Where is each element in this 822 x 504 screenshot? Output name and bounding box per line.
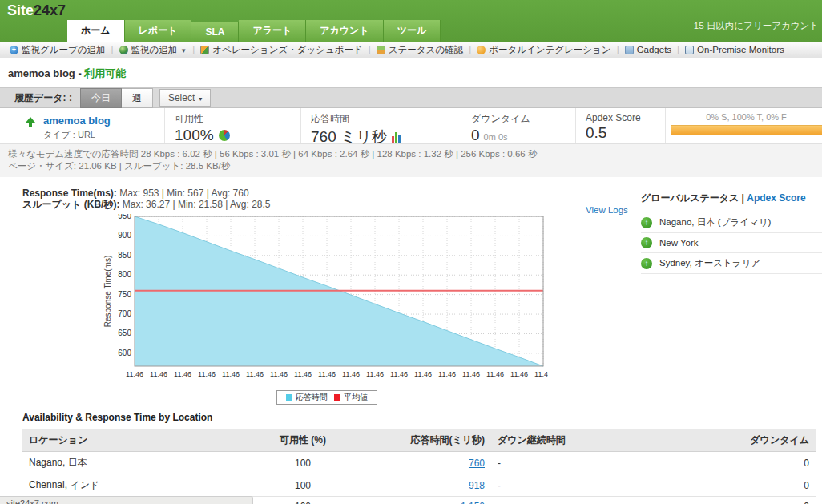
- svg-text:11:46: 11:46: [198, 370, 216, 378]
- toolbar-item-2[interactable]: 監視の追加▼: [119, 42, 187, 59]
- legend-label: 応答時間: [296, 393, 328, 401]
- up-arrow-icon: [26, 117, 35, 127]
- response-time-cell: 760: [363, 452, 491, 474]
- status-bar-text: site24x7.com: [6, 498, 58, 504]
- tab-3[interactable]: SLA: [191, 22, 239, 42]
- toolbar-item-3[interactable]: オペレーションズ・ダッシュボード: [200, 42, 363, 58]
- legend-swatch: [334, 394, 340, 401]
- pie-chart-icon[interactable]: [219, 130, 230, 141]
- location-cell: Nagano, 日本: [22, 452, 243, 474]
- svg-text:11:46: 11:46: [126, 370, 143, 378]
- toolbar-item-4[interactable]: ステータスの確認: [377, 42, 463, 58]
- downtime-duration: 0m 0s: [484, 132, 508, 142]
- toolbar: 監視グループの追加|監視の追加▼|オペレーションズ・ダッシュボード|ステータスの…: [0, 42, 822, 58]
- tab-1[interactable]: ホーム: [67, 20, 125, 42]
- location-status-item[interactable]: Sydney, オーストラリア: [641, 253, 822, 274]
- gadgets-icon: [625, 46, 634, 54]
- availability-cell: 100: [243, 452, 363, 474]
- toolbar-item-1[interactable]: 監視グループの追加: [10, 42, 106, 58]
- response-time-cell: 1,150: [363, 497, 491, 504]
- monitor-type: タイプ : URL: [43, 129, 111, 141]
- column-header-4: ダウン継続時間: [491, 429, 655, 452]
- location-status-item[interactable]: Nagano, 日本 (プライマリ): [641, 212, 822, 233]
- svg-text:900: 900: [118, 231, 131, 240]
- status-check-icon: [377, 46, 385, 54]
- apdex-label: Apdex Score: [586, 112, 665, 123]
- column-header-2: 可用性 (%): [243, 429, 363, 452]
- tab-4[interactable]: アラート: [239, 20, 306, 42]
- summary-stats-row: amemoa blog タイプ : URL 可用性 100% 応答時間 760 …: [0, 108, 822, 144]
- bar-chart-icon[interactable]: [392, 132, 401, 143]
- dashboard-icon: [200, 46, 209, 54]
- trial-notice: 15 日以内にフリーアカウント: [694, 20, 819, 32]
- downtime-cell: 0: [655, 452, 816, 474]
- global-status-panel: グローバルステータス | Apdex Score Nagano, 日本 (プライ…: [641, 192, 822, 274]
- today-button[interactable]: 今日: [80, 88, 122, 108]
- toolbar-item-label: 監視の追加: [131, 45, 178, 54]
- global-status-title: グローバルステータス | Apdex Score: [641, 192, 822, 205]
- response-time-link[interactable]: 918: [469, 480, 485, 491]
- toolbar-separator: |: [469, 45, 471, 54]
- week-button[interactable]: 週: [122, 88, 153, 108]
- toolbar-item-label: On-Premise Monitors: [697, 45, 784, 54]
- svg-text:11:46: 11:46: [414, 370, 432, 378]
- modem-info: 様々なモデム速度での応答時間 28 Kbps : 6.02 秒 | 56 Kbp…: [0, 144, 822, 177]
- monitor-name-link[interactable]: amemoa blog: [43, 115, 111, 127]
- monitor-icon: [685, 46, 694, 54]
- column-header-1: ロケーション: [22, 429, 243, 452]
- apdex-score-bar: [671, 125, 822, 135]
- downtime-label: ダウンタイム: [471, 112, 575, 126]
- location-status-item[interactable]: New York: [641, 233, 822, 253]
- status-up-icon: [641, 258, 652, 269]
- toolbar-item-label: Gadgets: [637, 45, 671, 54]
- svg-text:11:46: 11:46: [510, 370, 528, 378]
- svg-text:11:46: 11:46: [174, 370, 191, 378]
- view-logs-link[interactable]: View Logs: [586, 205, 628, 215]
- toolbar-item-label: ステータスの確認: [389, 45, 463, 54]
- svg-text:700: 700: [118, 309, 131, 318]
- select-dropdown[interactable]: Select▾: [159, 89, 211, 107]
- tab-2[interactable]: レポート: [125, 20, 192, 42]
- downtime-cell: 0: [655, 497, 816, 504]
- toolbar-item-6[interactable]: Gadgets: [625, 42, 671, 58]
- response-time-value: 760 ミリ秒: [311, 128, 387, 145]
- svg-text:11:46: 11:46: [222, 370, 240, 378]
- svg-text:11:46: 11:46: [390, 370, 408, 378]
- chart-section: Response Time(ms): Max: 953 | Min: 567 |…: [0, 187, 822, 412]
- availability-status: 利用可能: [84, 67, 126, 79]
- chart-canvas: 60065070075080085090095011:4611:4611:461…: [103, 214, 548, 385]
- toolbar-separator: |: [369, 45, 371, 54]
- availability-label: 可用性: [175, 112, 300, 126]
- svg-text:11:46: 11:46: [294, 370, 312, 378]
- response-time-cell: 応答時間 760 ミリ秒: [300, 108, 461, 143]
- svg-text:11:46: 11:46: [486, 370, 504, 378]
- table-row: Chennai, インド100918-0: [22, 474, 816, 497]
- response-time-link[interactable]: 1,150: [461, 501, 485, 504]
- response-time-link[interactable]: 760: [469, 458, 485, 469]
- browser-status-bar: site24x7.com: [0, 496, 253, 504]
- toolbar-item-7[interactable]: On-Premise Monitors: [685, 42, 784, 58]
- toolbar-separator: |: [617, 45, 619, 54]
- status-up-icon: [641, 237, 652, 248]
- svg-text:850: 850: [118, 251, 131, 260]
- availability-cell: 100: [243, 474, 363, 497]
- site24x7-logo[interactable]: Site24x7: [7, 2, 66, 19]
- history-bar: 履歴データ: : 今日 週 Select▾: [0, 87, 822, 108]
- svg-text:950: 950: [118, 214, 131, 220]
- chevron-down-icon: ▼: [180, 47, 187, 54]
- page-title: amemoa blog - 利用可能: [0, 58, 822, 87]
- apdex-score-link[interactable]: Apdex Score: [747, 192, 805, 204]
- globe-icon: [119, 46, 128, 54]
- select-label: Select: [168, 92, 195, 103]
- location-status-list: Nagano, 日本 (プライマリ)New YorkSydney, オーストラリ…: [641, 212, 822, 274]
- tab-6[interactable]: ツール: [384, 20, 441, 42]
- svg-text:750: 750: [118, 290, 131, 299]
- logo-24x7: 24x7: [34, 2, 66, 18]
- toolbar-item-5[interactable]: ポータルインテグレーション: [477, 42, 610, 58]
- availability-cell: 可用性 100%: [164, 108, 300, 143]
- svg-text:650: 650: [118, 329, 131, 337]
- tab-5[interactable]: アカウント: [306, 20, 383, 42]
- svg-text:11:46: 11:46: [318, 370, 336, 378]
- column-header-5: ダウンタイム: [655, 429, 816, 452]
- location-status-label: Nagano, 日本 (プライマリ): [659, 216, 771, 228]
